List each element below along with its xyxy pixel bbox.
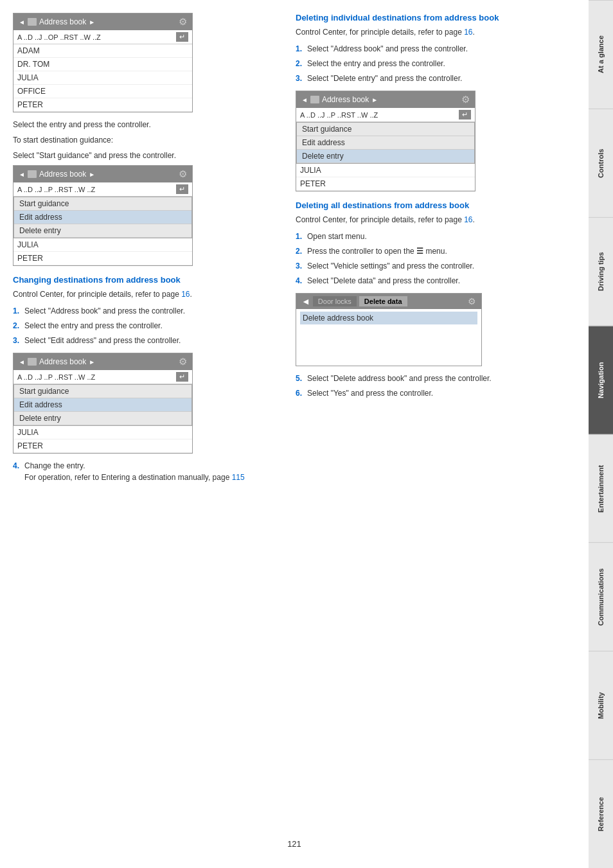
del-all-step-2: 2. Press the controller to open the ☰ me… — [296, 245, 565, 257]
tab-delete-data: Delete data — [359, 296, 407, 306]
nav-left-icon: ◄ — [19, 19, 25, 26]
address-book-widget-right: ◄ Address book ► ⚙ A ..D ..J ..P ..RST .… — [296, 91, 475, 191]
widget-list-1: ADAM DR. TOM JULIA OFFICE PETER — [13, 44, 192, 112]
page-ref-del-ind[interactable]: 16 — [464, 28, 472, 37]
context-menu-right: Start guidance Edit address Delete entry — [296, 122, 475, 164]
widget-title-right: ◄ Address book ► — [301, 95, 378, 104]
del-ind-step-1: 1. Select "Address book" and press the c… — [296, 43, 565, 55]
list-item-julia-2: JULIA — [13, 238, 192, 252]
page-115-link[interactable]: 115 — [232, 473, 245, 482]
nav-right-icon-2: ► — [89, 171, 95, 178]
list-item-julia-right: JULIA — [296, 164, 475, 177]
right-sidebar: At a glance Controls Driving tips Naviga… — [589, 0, 613, 868]
list-item-office: OFFICE — [13, 85, 192, 98]
enter-btn-right: ↵ — [459, 110, 471, 120]
to-start-detail: Select "Start guidance" and press the co… — [13, 150, 283, 161]
changing-section-body: Control Center, for principle details, r… — [13, 288, 283, 300]
menu-delete-entry-2: Delete entry — [14, 224, 191, 238]
menu-start-guidance-2: Start guidance — [14, 197, 191, 211]
delete-all-body: Control Center, for principle details, r… — [296, 214, 565, 226]
sidebar-tab-controls[interactable]: Controls — [589, 109, 613, 217]
delete-all-heading: Deleting all destinations from address b… — [296, 200, 565, 210]
menu-edit-address-2: Edit address — [14, 211, 191, 224]
alphabet-row-right: A ..D ..J ..P ..RST ..W ..Z ↵ — [296, 108, 475, 122]
context-menu-3: Start guidance Edit address Delete entry — [13, 384, 192, 426]
right-column: Deleting individual destinations from ad… — [296, 13, 565, 826]
step-4: 4. Change the entry. For operation, refe… — [13, 460, 283, 483]
book-icon-1 — [28, 18, 37, 26]
door-settings-icon: ⚙ — [468, 296, 476, 306]
widget-title-text-3: Address book — [39, 357, 86, 366]
delete-address-book-item: Delete address book — [300, 312, 477, 324]
back-arrow-icon: ◄ — [301, 296, 310, 306]
enter-btn-3: ↵ — [176, 372, 188, 382]
menu-edit-address-right: Edit address — [297, 136, 474, 150]
list-item-adam: ADAM — [13, 44, 192, 58]
step4-text: Change the entry. For operation, refer t… — [24, 461, 245, 482]
nav-left-icon-3: ◄ — [19, 359, 25, 366]
step2-text: Select the entry and press the controlle… — [13, 119, 283, 130]
nav-left-icon-2: ◄ — [19, 171, 25, 178]
sidebar-tab-entertainment[interactable]: Entertainment — [589, 434, 613, 543]
menu-edit-address-3: Edit address — [14, 398, 191, 412]
sidebar-tab-reference[interactable]: Reference — [589, 759, 613, 868]
address-book-widget-2: ◄ Address book ► ⚙ A ..D ..J ..P ..RST .… — [13, 165, 193, 266]
sidebar-tab-navigation[interactable]: Navigation — [589, 326, 613, 434]
alphabet-row-2: A ..D ..J ..P ..RST ..W ..Z ↵ — [13, 182, 192, 197]
enter-btn-1: ↵ — [176, 32, 188, 42]
enter-btn-2: ↵ — [176, 184, 188, 194]
book-icon-right — [310, 96, 319, 103]
del-ind-step-3: 3. Select "Delete entry" and press the c… — [296, 73, 565, 84]
settings-icon-3: ⚙ — [179, 356, 187, 368]
widget-header-3: ◄ Address book ► ⚙ — [13, 353, 192, 370]
address-book-widget-3: ◄ Address book ► ⚙ A ..D ..J ..P ..RST .… — [13, 353, 193, 454]
widget-header-right: ◄ Address book ► ⚙ — [296, 91, 475, 108]
step2-menu-text: Press the controller to open the ☰ menu. — [307, 247, 447, 256]
book-icon-3 — [28, 358, 37, 366]
page-ref-del-all[interactable]: 16 — [464, 215, 472, 224]
list-item-julia-1: JULIA — [13, 71, 192, 85]
widget-title-3: ◄ Address book ► — [19, 357, 95, 366]
menu-start-guidance-3: Start guidance — [14, 385, 191, 398]
widget-title-2: ◄ Address book ► — [19, 170, 95, 179]
nav-right-icon-right: ► — [371, 96, 378, 103]
list-item-peter-right: PETER — [296, 177, 475, 191]
list-item-peter-1: PETER — [13, 98, 192, 112]
menu-delete-entry-3: Delete entry — [14, 412, 191, 425]
widget-list-right: JULIA PETER — [296, 164, 475, 191]
alphabet-row-3: A ..D ..J ..P ..RST ..W ..Z ↵ — [13, 370, 192, 384]
step4-list: 4. Change the entry. For operation, refe… — [13, 460, 283, 483]
widget-list-2: JULIA PETER — [13, 238, 192, 265]
list-item-peter-2: PETER — [13, 252, 192, 265]
door-widget-header: ◄ Door locks Delete data ⚙ — [296, 294, 481, 309]
changing-step-1: 1. Select "Address book" and press the c… — [13, 305, 283, 317]
nav-left-icon-right: ◄ — [301, 96, 308, 103]
delete-individual-steps: 1. Select "Address book" and press the c… — [296, 43, 565, 84]
changing-section-heading: Changing destinations from address book — [13, 275, 283, 285]
widget-list-3: JULIA PETER — [13, 426, 192, 453]
changing-step-2: 2. Select the entry and press the contro… — [13, 320, 283, 332]
sidebar-tab-mobility[interactable]: Mobility — [589, 651, 613, 759]
list-item-dr-tom: DR. TOM — [13, 58, 192, 71]
widget-header-1: ◄ Address book ► ⚙ — [13, 13, 192, 30]
del-all-step-3: 3. Select "Vehicle settings" and press t… — [296, 260, 565, 272]
list-item-peter-3: PETER — [13, 439, 192, 453]
widget-title-text-right: Address book — [322, 95, 369, 104]
sidebar-tab-driving-tips[interactable]: Driving tips — [589, 217, 613, 326]
sidebar-tab-at-a-glance[interactable]: At a glance — [589, 0, 613, 109]
delete-all-steps-cont: 5. Select "Delete address book" and pres… — [296, 373, 565, 399]
nav-right-icon-3: ► — [89, 359, 95, 366]
del-all-step-4: 4. Select "Delete data" and press the co… — [296, 275, 565, 287]
nav-right-icon: ► — [89, 19, 95, 26]
page-ref-changing[interactable]: 16 — [181, 290, 190, 299]
menu-start-guidance-right: Start guidance — [297, 123, 474, 136]
alphabet-row-1: A ..D ..J ..OP ..RST ..W ..Z ↵ — [13, 30, 192, 44]
door-delete-widget: ◄ Door locks Delete data ⚙ Delete addres… — [296, 293, 482, 366]
del-all-step-1: 1. Open start menu. — [296, 231, 565, 242]
list-item-julia-3: JULIA — [13, 426, 192, 439]
context-menu-2: Start guidance Edit address Delete entry — [13, 197, 192, 238]
settings-icon-right: ⚙ — [461, 94, 470, 105]
sidebar-tab-communications[interactable]: Communications — [589, 542, 613, 651]
del-all-step-5: 5. Select "Delete address book" and pres… — [296, 373, 565, 384]
changing-steps-list: 1. Select "Address book" and press the c… — [13, 305, 283, 346]
